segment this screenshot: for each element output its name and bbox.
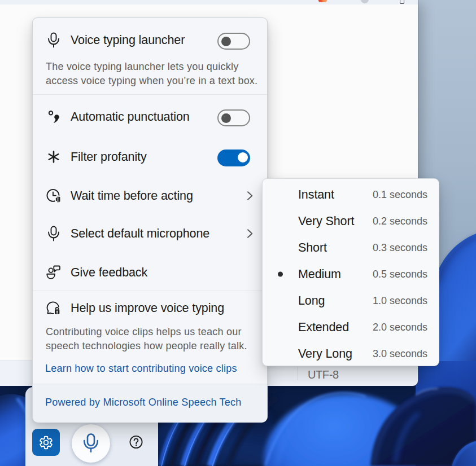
launcher-description: The voice typing launcher lets you quick…: [46, 60, 261, 88]
menu-item-label: Select default microphone: [71, 227, 209, 241]
menu-item-give-feedback[interactable]: Give feedback: [33, 260, 267, 285]
submenu-option-label: Medium: [298, 267, 341, 281]
chat-lock-icon: [46, 301, 61, 315]
titlebar-window-glyph: [400, 0, 404, 4]
voice-typing-settings-flyout: Voice typing launcher The voice typing l…: [32, 17, 268, 422]
help-button[interactable]: [129, 435, 143, 449]
question-mark-icon: [129, 435, 143, 449]
titlebar-avatar-circle: [361, 0, 369, 3]
menu-item-label: Give feedback: [71, 266, 147, 280]
submenu-option-very-long[interactable]: Very Long 3.0 seconds: [263, 340, 439, 367]
submenu-option-duration: 3.0 seconds: [373, 348, 427, 359]
toggle-knob: [238, 152, 248, 162]
submenu-option-label: Very Short: [298, 214, 354, 228]
submenu-option-duration: 2.0 seconds: [373, 321, 427, 333]
person-feedback-icon: [46, 265, 61, 280]
punctuation-icon: [46, 109, 61, 124]
menu-item-label: Voice typing launcher: [71, 33, 185, 47]
toggle-knob: [221, 113, 231, 123]
menu-item-label: Automatic punctuation: [71, 110, 190, 124]
menu-item-voice-typing-launcher[interactable]: Voice typing launcher: [33, 28, 267, 52]
microphone-button[interactable]: [72, 424, 110, 463]
gear-icon: [39, 436, 53, 450]
menu-item-automatic-punctuation[interactable]: Automatic punctuation: [33, 104, 267, 129]
help-improve-title: Help us improve voice typing: [71, 301, 224, 315]
submenu-option-long[interactable]: Long 1.0 seconds: [263, 287, 439, 314]
statusbar-separator: [298, 367, 298, 380]
submenu-option-label: Instant: [298, 187, 334, 201]
divider: [33, 94, 267, 95]
submenu-option-duration: 0.5 seconds: [373, 268, 427, 280]
help-improve-header: Help us improve voice typing: [33, 296, 267, 320]
submenu-option-medium[interactable]: Medium 0.5 seconds: [263, 261, 439, 287]
submenu-option-duration: 0.2 seconds: [373, 215, 427, 227]
powered-by-link[interactable]: Powered by Microsoft Online Speech Tech: [45, 397, 241, 408]
submenu-option-duration: 0.1 seconds: [373, 188, 427, 200]
selected-bullet: [278, 271, 283, 276]
menu-item-wait-time[interactable]: Wait time before acting: [33, 183, 267, 208]
filter-profanity-toggle[interactable]: [217, 150, 250, 166]
chevron-right-icon: [247, 228, 253, 239]
microphone-icon: [46, 226, 61, 241]
voice-typing-launcher-toggle[interactable]: [217, 33, 250, 50]
learn-voice-clips-link[interactable]: Learn how to start contributing voice cl…: [45, 363, 237, 375]
divider: [33, 291, 267, 291]
menu-item-label: Filter profanity: [71, 150, 147, 164]
microphone-icon: [46, 33, 61, 47]
submenu-option-label: Extended: [298, 320, 349, 334]
help-improve-description: Contributing voice clips helps us teach …: [46, 325, 261, 353]
microphone-icon: [81, 433, 101, 454]
menu-item-label: Wait time before acting: [71, 189, 193, 203]
submenu-option-extended[interactable]: Extended 2.0 seconds: [263, 314, 439, 340]
titlebar-flame-icon: [318, 0, 327, 2]
submenu-option-short[interactable]: Short 0.3 seconds: [263, 234, 439, 261]
settings-button[interactable]: [32, 429, 60, 456]
menu-item-select-microphone[interactable]: Select default microphone: [33, 221, 267, 246]
asterisk-icon: [46, 150, 61, 164]
chevron-right-icon: [247, 191, 253, 201]
notepad-titlebar: [0, 0, 418, 5]
flyout-footer: Powered by Microsoft Online Speech Tech: [33, 384, 267, 423]
submenu-option-label: Very Long: [298, 346, 352, 361]
submenu-option-very-short[interactable]: Very Short 0.2 seconds: [263, 208, 439, 234]
clock-bars-icon: [46, 188, 61, 203]
automatic-punctuation-toggle[interactable]: [217, 109, 250, 126]
menu-item-filter-profanity[interactable]: Filter profanity: [33, 144, 267, 169]
submenu-option-duration: 1.0 seconds: [373, 294, 427, 306]
submenu-option-label: Short: [298, 240, 327, 254]
submenu-option-label: Long: [298, 293, 325, 307]
wait-time-submenu: Instant 0.1 seconds Very Short 0.2 secon…: [262, 178, 439, 366]
toggle-knob: [221, 37, 231, 46]
submenu-option-duration: 0.3 seconds: [373, 241, 427, 253]
submenu-option-instant[interactable]: Instant 0.1 seconds: [263, 181, 439, 208]
